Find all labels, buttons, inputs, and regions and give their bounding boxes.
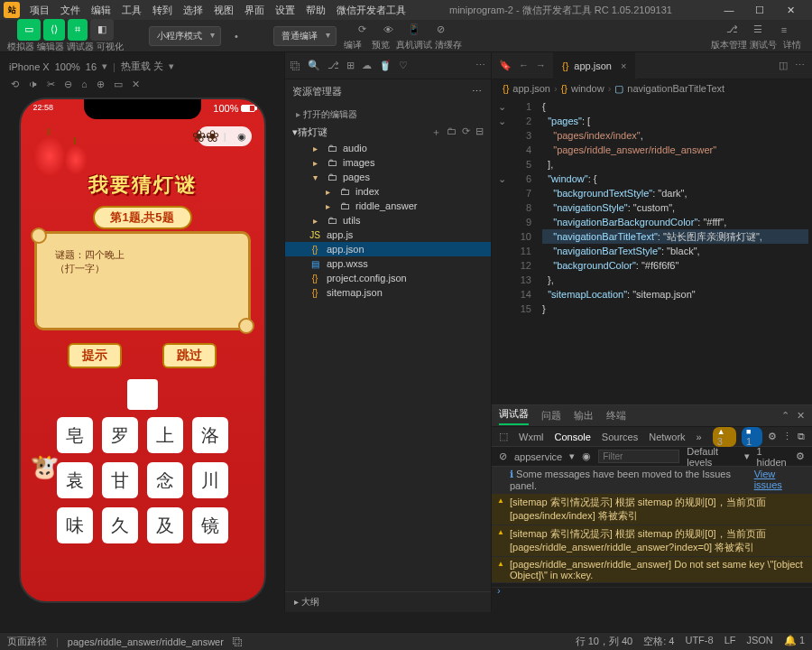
char-tile[interactable]: 甘 — [102, 462, 138, 498]
context-select[interactable]: appservice — [514, 451, 562, 462]
tab-close-icon[interactable]: × — [621, 60, 626, 71]
menu-settings[interactable]: 设置 — [271, 2, 300, 19]
tab-console[interactable]: Console — [555, 432, 591, 442]
devtools-settings-icon[interactable]: ⚙ — [768, 431, 777, 442]
filter-input[interactable] — [598, 450, 679, 463]
menu-ui[interactable]: 界面 — [240, 2, 269, 19]
new-file-icon[interactable]: ＋ — [431, 125, 441, 139]
clear-cache-button[interactable]: ⊘ — [429, 21, 452, 39]
folder-index[interactable]: 🗀index — [285, 184, 491, 199]
detail-button[interactable]: ≡ — [772, 21, 796, 39]
tab-debugger[interactable]: 调试器 — [499, 407, 529, 425]
copy-path-icon[interactable]: ⿻ — [233, 636, 243, 647]
char-tile[interactable]: 及 — [147, 507, 183, 543]
branch-icon[interactable]: ⎇ — [328, 60, 339, 71]
menu-edit[interactable]: 编辑 — [87, 2, 115, 19]
search-icon[interactable]: 🔍 — [308, 60, 320, 71]
file-projectconfig[interactable]: {}project.config.json — [285, 271, 491, 285]
lang-info[interactable]: JSON — [746, 635, 772, 648]
close-icon[interactable]: ✕ — [778, 5, 803, 16]
devtools-detach-icon[interactable]: ⧉ — [798, 431, 805, 442]
visualize-button[interactable]: ◧ — [90, 19, 114, 41]
char-tile[interactable]: 镜 — [192, 507, 228, 543]
cut-icon[interactable]: ✂ — [47, 79, 55, 90]
mode-select[interactable]: 小程序模式 — [149, 26, 221, 46]
skip-button[interactable]: 跳过 — [162, 343, 217, 368]
compile-button[interactable]: ⟳ — [350, 21, 374, 39]
char-tile[interactable]: 久 — [102, 507, 138, 543]
panel-up-icon[interactable]: ⌃ — [781, 410, 789, 422]
new-folder-icon[interactable]: 🗀 — [447, 125, 457, 139]
explorer-more-icon[interactable]: ⋯ — [472, 86, 484, 98]
devtools-dock-icon[interactable]: ⋮ — [782, 431, 792, 442]
more-icon[interactable]: ⋯ — [475, 60, 485, 71]
char-tile[interactable]: 袁 — [57, 462, 93, 498]
tab-sources[interactable]: Sources — [602, 432, 638, 442]
console-body[interactable]: ℹ Some messages have been moved to the I… — [492, 467, 812, 612]
bell-icon[interactable]: 🔔 1 — [784, 635, 805, 648]
hot-reload-toggle[interactable]: 热重载 关 — [121, 60, 163, 73]
device-select[interactable]: iPhone X — [9, 61, 50, 72]
minimize-icon[interactable]: — — [716, 5, 742, 16]
levels-select[interactable]: Default levels — [687, 446, 736, 468]
hint-button[interactable]: 提示 — [68, 343, 122, 368]
panel-close-icon[interactable]: ✕ — [797, 410, 805, 422]
collapse-icon[interactable]: ⊟ — [475, 125, 484, 139]
fold-gutter[interactable]: ⌄⌄⌄ — [492, 98, 512, 404]
status-path[interactable]: pages/riddle_answer/riddle_answer — [68, 636, 224, 647]
open-editors-section[interactable]: 打开的编辑器 — [285, 106, 491, 124]
console-warning[interactable]: [sitemap 索引情况提示] 根据 sitemap 的规则[0]，当前页面 … — [492, 494, 812, 525]
tab-output[interactable]: 输出 — [574, 409, 594, 422]
cup-icon[interactable]: 🥤 — [379, 60, 392, 71]
rotate-icon[interactable]: ⟲ — [11, 79, 19, 90]
file-sitemap[interactable]: {}sitemap.json — [285, 285, 491, 300]
menu-file[interactable]: 文件 — [56, 2, 85, 19]
tabs-more-icon[interactable]: » — [697, 432, 702, 442]
preview-button[interactable]: 👁 — [376, 21, 400, 39]
info-count[interactable]: ■ 1 — [742, 427, 762, 447]
ext-icon[interactable]: ⊞ — [346, 60, 355, 71]
console-settings-icon[interactable]: ⚙ — [796, 450, 805, 462]
tab-appjson[interactable]: {} app.json × — [553, 52, 636, 79]
bookmark-icon[interactable]: 🔖 — [499, 60, 512, 71]
float-icon[interactable]: ▭ — [114, 79, 123, 90]
heart-icon[interactable]: ♡ — [399, 60, 408, 71]
refresh-tree-icon[interactable]: ⟳ — [462, 125, 470, 139]
back-icon[interactable]: ⊖ — [64, 79, 72, 90]
menu-project[interactable]: 项目 — [25, 2, 54, 19]
root-folder[interactable]: ▾ 猜灯谜 ＋ 🗀 ⟳ ⊟ — [285, 124, 491, 141]
nav-fwd-icon[interactable]: → — [536, 60, 546, 71]
console-warning[interactable]: [sitemap 索引情况提示] 根据 sitemap 的规则[0]，当前页面 … — [492, 525, 812, 557]
char-tile[interactable]: 川 — [192, 462, 228, 498]
simulator-button[interactable]: ▭ — [17, 19, 41, 41]
file-appjson[interactable]: {}app.json — [285, 242, 491, 256]
maximize-icon[interactable]: ☐ — [747, 5, 772, 16]
answer-slot[interactable] — [127, 379, 158, 410]
inspect-icon[interactable]: ⬚ — [499, 431, 508, 442]
cursor-position[interactable]: 行 10，列 40 — [576, 635, 633, 648]
debugger-button[interactable]: ⌗ — [68, 19, 88, 41]
folder-utils[interactable]: 🗀utils — [285, 213, 491, 228]
breadcrumb[interactable]: {} app.json › {} window › ▢ navigationBa… — [492, 79, 812, 98]
folder-riddle-answer[interactable]: 🗀riddle_answer — [285, 199, 491, 213]
folder-pages[interactable]: 🗀pages — [285, 170, 491, 184]
close-sim-icon[interactable]: ✕ — [132, 79, 140, 90]
editor-button[interactable]: ⟨⟩ — [43, 19, 65, 41]
menu-help[interactable]: 帮助 — [301, 2, 330, 19]
console-warning[interactable]: [pages/riddle_answer/riddle_answer] Do n… — [492, 557, 812, 583]
location-icon[interactable]: ⊕ — [97, 79, 105, 90]
tab-terminal[interactable]: 终端 — [606, 409, 626, 422]
eol-info[interactable]: LF — [724, 635, 736, 648]
mode-refresh-icon[interactable]: • — [225, 27, 248, 45]
file-appjs[interactable]: JSapp.js — [285, 228, 491, 242]
char-tile[interactable]: 味 — [57, 507, 93, 543]
explorer-view-icon[interactable]: ⿻ — [291, 60, 300, 71]
font-select[interactable]: 16 — [86, 61, 97, 72]
console-clear-icon[interactable]: ⊘ — [499, 450, 507, 462]
char-tile[interactable]: 洛 — [192, 417, 228, 453]
console-prompt[interactable] — [492, 583, 812, 588]
home-icon[interactable]: ⌂ — [81, 79, 88, 90]
editor-more-icon[interactable]: ⋯ — [795, 60, 805, 71]
menu-devtools[interactable]: 微信开发者工具 — [332, 2, 411, 19]
cloud-icon[interactable]: ☁ — [362, 60, 372, 71]
